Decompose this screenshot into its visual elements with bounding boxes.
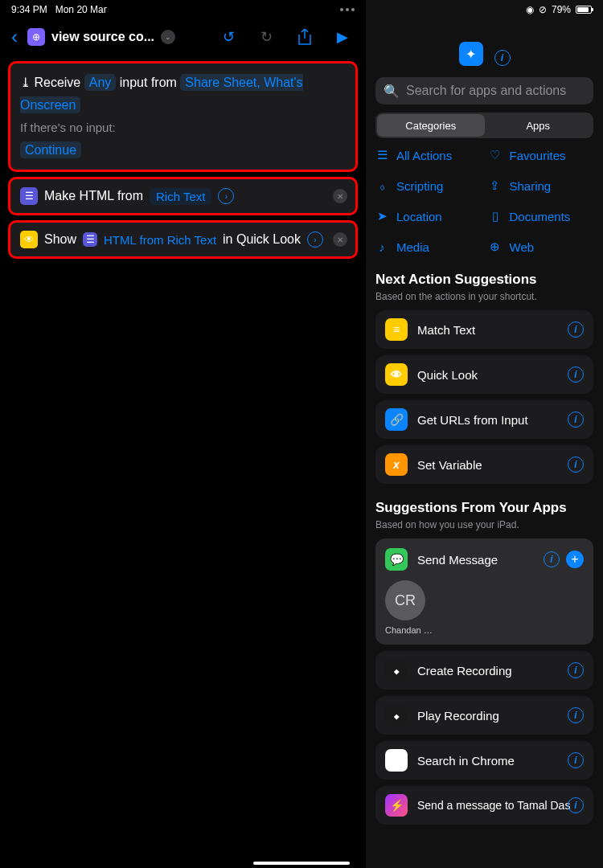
in-quick-look-label: in Quick Look	[223, 232, 301, 247]
suggestion-create-recording[interactable]: ⬥Create Recordingi	[375, 651, 593, 690]
add-button[interactable]: +	[566, 551, 584, 568]
info-icon[interactable]: i	[568, 707, 584, 723]
next-suggestions-header: Next Action Suggestions	[366, 272, 603, 288]
suggestion-quick-look[interactable]: 👁Quick Looki	[375, 355, 593, 394]
expand-config-button-2[interactable]: ›	[307, 231, 323, 248]
info-icon[interactable]: i	[568, 366, 584, 383]
send-message-card[interactable]: 💬 Send Message i + CR Chandan R...	[375, 538, 593, 645]
back-button[interactable]: ‹	[8, 26, 21, 48]
delete-action-button[interactable]: ✕	[333, 189, 347, 203]
status-date: Mon 20 Mar	[55, 4, 107, 15]
link-icon: 🔗	[385, 408, 408, 431]
wand-icon: ⬨	[375, 179, 388, 193]
list-icon: ☰	[375, 148, 388, 162]
html-var-icon: ☰	[83, 232, 97, 247]
html-variable[interactable]: HTML from Rich Text	[104, 233, 216, 247]
suggestion-match-text[interactable]: ≡Match Texti	[375, 310, 593, 349]
redo-button: ↻	[251, 28, 282, 46]
quick-look-icon: 👁	[20, 231, 38, 248]
cat-web[interactable]: ⊕Web	[489, 240, 594, 254]
music-icon: ♪	[375, 240, 388, 254]
suggestion-search-chrome[interactable]: ◉Search in Chromei	[375, 741, 593, 780]
search-placeholder: Search for apps and actions	[406, 84, 566, 98]
cat-media[interactable]: ♪Media	[375, 240, 481, 254]
avatar: CR	[385, 580, 425, 620]
status-bar: 9:34 PM Mon 20 Mar	[0, 0, 366, 19]
run-button[interactable]: ▶	[327, 28, 358, 46]
heart-icon: ♡	[489, 148, 502, 162]
cat-documents[interactable]: ▯Documents	[489, 209, 594, 223]
receive-icon: ⤓	[20, 76, 31, 89]
status-time: 9:34 PM	[11, 4, 47, 15]
info-icon[interactable]: i	[568, 797, 584, 813]
receive-mid: input from	[120, 76, 177, 89]
wifi-icon: ◉	[526, 4, 534, 15]
make-html-action[interactable]: ☰ Make HTML from Rich Text › ✕	[8, 177, 358, 215]
cat-scripting[interactable]: ⬨Scripting	[375, 178, 481, 193]
shortcut-title[interactable]: view source co...	[51, 30, 154, 44]
messages-icon: 💬	[385, 548, 408, 571]
rotation-lock-icon: ⊘	[539, 4, 547, 15]
delete-action-button-2[interactable]: ✕	[333, 232, 347, 247]
tab-categories[interactable]: Categories	[377, 114, 485, 137]
receive-label: Receive	[34, 76, 80, 89]
title-chevron-icon[interactable]: ⌄	[161, 30, 175, 44]
info-icon[interactable]: i	[568, 752, 584, 768]
info-icon[interactable]: i	[568, 321, 584, 338]
undo-button[interactable]: ↺	[213, 28, 244, 46]
messenger-icon: ⚡	[385, 794, 408, 817]
rich-text-variable[interactable]: Rich Text	[150, 188, 211, 205]
info-icon[interactable]: i	[568, 411, 584, 428]
shortcuts-app-icon[interactable]: ✦	[459, 42, 483, 66]
variable-icon: x	[385, 453, 408, 476]
voice-memo-icon: ⬥	[385, 659, 408, 682]
next-suggestions-sub: Based on the actions in your shortcut.	[366, 291, 603, 302]
home-indicator[interactable]	[253, 862, 350, 865]
share-icon: ⇪	[489, 178, 502, 193]
info-button[interactable]: i	[494, 50, 511, 66]
info-icon[interactable]: i	[568, 457, 584, 473]
status-bar-right: ◉ ⊘ 79%	[366, 0, 603, 19]
info-icon[interactable]: i	[568, 662, 584, 678]
chrome-icon: ◉	[385, 749, 408, 772]
voice-memo-icon: ⬥	[385, 704, 408, 727]
cat-favourites[interactable]: ♡Favourites	[489, 148, 594, 162]
share-button[interactable]	[289, 29, 321, 45]
cat-sharing[interactable]: ⇪Sharing	[489, 178, 594, 193]
suggestion-play-recording[interactable]: ⬥Play Recordingi	[375, 696, 593, 735]
quick-look-action[interactable]: 👁 Show ☰ HTML from Rich Text in Quick Lo…	[8, 220, 358, 259]
document-icon: ▯	[489, 209, 502, 223]
receive-any-token[interactable]: Any	[84, 74, 117, 91]
no-input-label: If there's no input:	[20, 117, 346, 139]
match-text-icon: ≡	[385, 318, 408, 341]
contact-name: Chandan R...	[385, 625, 433, 635]
search-input[interactable]: 🔍 Search for apps and actions	[375, 77, 593, 104]
continue-token[interactable]: Continue	[20, 141, 81, 158]
receive-input-card[interactable]: ⤓ Receive Any input from Share Sheet, Wh…	[8, 61, 358, 172]
suggestion-send-messenger[interactable]: ⚡Send a message to Tamal Dasi	[375, 786, 593, 825]
quick-look-icon: 👁	[385, 363, 408, 386]
app-suggestions-header: Suggestions From Your Apps	[366, 500, 603, 516]
cat-location[interactable]: ➤Location	[375, 209, 481, 223]
search-icon: 🔍	[384, 84, 400, 99]
app-suggestions-sub: Based on how you use your iPad.	[366, 519, 603, 530]
globe-icon: ⊕	[489, 240, 502, 254]
suggestion-set-variable[interactable]: xSet Variablei	[375, 445, 593, 484]
show-label: Show	[44, 232, 76, 247]
make-html-label: Make HTML from	[44, 189, 143, 203]
location-icon: ➤	[375, 209, 388, 223]
battery-icon	[576, 6, 592, 14]
suggestion-get-urls[interactable]: 🔗Get URLs from Inputi	[375, 400, 593, 439]
expand-config-button[interactable]: ›	[218, 188, 234, 204]
send-message-label: Send Message	[417, 553, 498, 567]
battery-percent: 79%	[552, 4, 571, 15]
editor-toolbar: ‹ ⊕ view source co... ⌄ ↺ ↻ ▶	[0, 19, 366, 55]
shortcut-glyph-icon[interactable]: ⊕	[27, 28, 45, 46]
cat-all-actions[interactable]: ☰All Actions	[375, 148, 481, 162]
multitask-dots[interactable]	[340, 8, 355, 11]
contact-chip[interactable]: CR Chandan R...	[385, 580, 584, 635]
tab-apps[interactable]: Apps	[485, 114, 593, 137]
segmented-control[interactable]: Categories Apps	[375, 113, 593, 138]
info-icon[interactable]: i	[544, 551, 560, 567]
html-action-icon: ☰	[20, 187, 38, 205]
